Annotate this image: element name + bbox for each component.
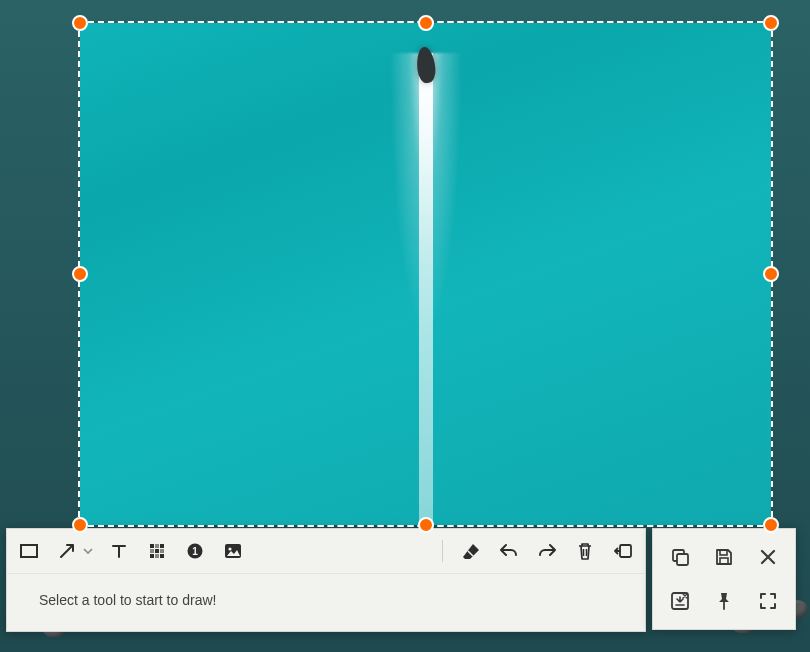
annotation-toolbar: 1 Select a tool to star xyxy=(6,528,646,632)
svg-rect-1 xyxy=(150,544,154,548)
fullscreen-button[interactable] xyxy=(753,586,783,616)
boat-wake xyxy=(425,53,427,525)
abort-icon xyxy=(670,591,690,611)
copy-icon xyxy=(670,547,690,567)
svg-text:1: 1 xyxy=(192,546,198,557)
selection-rectangle[interactable] xyxy=(78,21,773,527)
pin-button[interactable] xyxy=(709,586,739,616)
svg-rect-3 xyxy=(160,544,164,548)
svg-rect-2 xyxy=(155,544,159,548)
chevron-down-icon xyxy=(83,546,93,556)
counter-tool[interactable]: 1 xyxy=(181,537,209,565)
rectangle-icon xyxy=(20,544,38,558)
undo-icon xyxy=(500,543,518,559)
svg-rect-6 xyxy=(160,549,164,553)
revert-icon xyxy=(614,543,632,559)
eraser-tool[interactable] xyxy=(457,537,485,565)
svg-rect-9 xyxy=(160,554,164,558)
svg-rect-14 xyxy=(620,545,631,557)
undo-button[interactable] xyxy=(495,537,523,565)
resize-handle-bottom-left[interactable] xyxy=(72,517,88,533)
pixelate-tool[interactable] xyxy=(143,537,171,565)
eraser-icon xyxy=(462,543,480,559)
resize-handle-right[interactable] xyxy=(763,266,779,282)
svg-rect-5 xyxy=(155,549,159,553)
svg-rect-18 xyxy=(720,558,728,564)
pin-icon xyxy=(715,591,733,611)
resize-handle-bottom[interactable] xyxy=(418,517,434,533)
svg-rect-8 xyxy=(155,554,159,558)
rectangle-tool[interactable] xyxy=(15,537,43,565)
close-button[interactable] xyxy=(753,542,783,572)
svg-point-13 xyxy=(228,547,231,550)
svg-rect-0 xyxy=(21,545,37,557)
save-button[interactable] xyxy=(709,542,739,572)
resize-handle-top-right[interactable] xyxy=(763,15,779,31)
resize-handle-top[interactable] xyxy=(418,15,434,31)
text-tool[interactable] xyxy=(105,537,133,565)
actions-panel xyxy=(652,528,796,630)
counter-icon: 1 xyxy=(186,542,204,560)
image-icon xyxy=(224,543,242,559)
toolbar-separator xyxy=(442,540,443,562)
pixelate-icon xyxy=(149,543,165,559)
save-icon xyxy=(714,547,734,567)
revert-button[interactable] xyxy=(609,537,637,565)
image-tool[interactable] xyxy=(219,537,247,565)
resize-handle-bottom-right[interactable] xyxy=(763,517,779,533)
svg-rect-17 xyxy=(720,550,727,555)
status-text: Select a tool to start to draw! xyxy=(39,592,216,608)
trash-icon xyxy=(577,542,593,560)
arrow-icon xyxy=(58,542,76,560)
status-bar: Select a tool to start to draw! xyxy=(7,573,645,631)
svg-rect-16 xyxy=(677,554,688,565)
redo-button[interactable] xyxy=(533,537,561,565)
redo-icon xyxy=(538,543,556,559)
text-icon xyxy=(111,543,127,559)
close-icon xyxy=(759,548,777,566)
svg-rect-4 xyxy=(150,549,154,553)
arrow-tool-dropdown[interactable] xyxy=(81,546,95,556)
delete-button[interactable] xyxy=(571,537,599,565)
resize-handle-top-left[interactable] xyxy=(72,15,88,31)
boat xyxy=(415,46,437,84)
arrow-tool[interactable] xyxy=(53,537,81,565)
fullscreen-icon xyxy=(758,591,778,611)
captured-image xyxy=(80,23,771,525)
svg-rect-7 xyxy=(150,554,154,558)
abort-button[interactable] xyxy=(665,586,695,616)
resize-handle-left[interactable] xyxy=(72,266,88,282)
copy-button[interactable] xyxy=(665,542,695,572)
